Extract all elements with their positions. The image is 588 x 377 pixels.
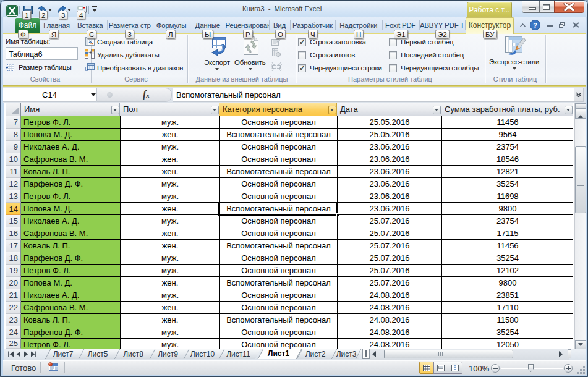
svg-text:?: ? [533,22,537,29]
